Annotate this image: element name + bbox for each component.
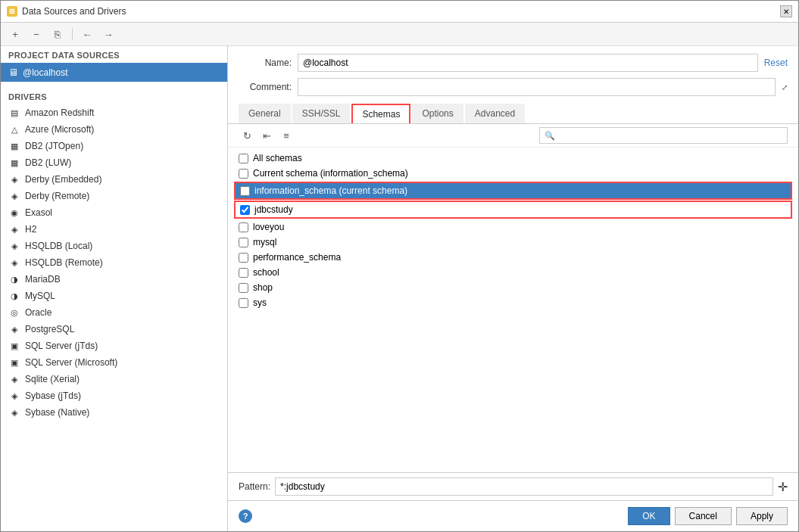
- tab-advanced[interactable]: Advanced: [465, 104, 525, 123]
- ok-button[interactable]: OK: [628, 507, 669, 525]
- schema-settings-button[interactable]: ≡: [278, 127, 295, 144]
- driver-sybase-native[interactable]: ◈ Sybase (Native): [1, 404, 227, 421]
- driver-db2-jtopen[interactable]: ▦ DB2 (JTOpen): [1, 138, 227, 154]
- tab-general[interactable]: General: [239, 104, 291, 123]
- current-schema-row[interactable]: Current schema (information_schema): [239, 166, 788, 181]
- current-schema-label: Current schema (information_schema): [253, 168, 408, 179]
- driver-mariadb[interactable]: ◑ MariaDB: [1, 271, 227, 288]
- driver-icon: ◈: [8, 323, 20, 335]
- driver-label: DB2 (LUW): [25, 157, 71, 168]
- driver-icon: ▦: [8, 157, 20, 169]
- schema-toolbar: ↻ ⇤ ≡: [228, 124, 798, 148]
- driver-hsqldb-remote[interactable]: ◈ HSQLDB (Remote): [1, 254, 227, 271]
- schema-loveyou-label: loveyou: [253, 222, 284, 232]
- pattern-input[interactable]: [275, 478, 773, 496]
- driver-postgresql[interactable]: ◈ PostgreSQL: [1, 321, 227, 338]
- driver-azure[interactable]: △ Azure (Microsoft): [1, 121, 227, 138]
- all-schemas-checkbox[interactable]: [239, 154, 248, 163]
- driver-label: DB2 (JTOpen): [25, 141, 83, 151]
- help-button[interactable]: ?: [239, 509, 252, 523]
- all-schemas-label: All schemas: [253, 153, 302, 163]
- schema-sys-row[interactable]: sys: [239, 295, 788, 310]
- name-label: Name:: [239, 58, 292, 68]
- window-title: Data Sources and Drivers: [22, 6, 126, 17]
- pattern-bar: Pattern: ✛: [228, 472, 798, 500]
- datasource-label: @localhost: [23, 67, 68, 78]
- schema-loveyou-row[interactable]: loveyou: [239, 219, 788, 235]
- name-input[interactable]: [298, 54, 758, 72]
- schema-information-schema-row[interactable]: information_schema (current schema): [234, 182, 792, 200]
- all-schemas-row[interactable]: All schemas: [239, 151, 788, 166]
- datasource-localhost[interactable]: 🖥 @localhost: [1, 63, 227, 82]
- schema-jdbcstudy-checkbox[interactable]: [240, 205, 250, 215]
- schema-jdbcstudy-row[interactable]: jdbcstudy: [234, 201, 792, 219]
- pattern-add-button[interactable]: ✛: [778, 480, 788, 494]
- refresh-schemas-button[interactable]: ↻: [239, 127, 255, 144]
- driver-sql-server-microsoft[interactable]: ▣ SQL Server (Microsoft): [1, 354, 227, 371]
- current-schema-checkbox[interactable]: [239, 169, 248, 179]
- driver-sqlite-xerial[interactable]: ◈ Sqlite (Xerial): [1, 371, 227, 387]
- forward-button[interactable]: →: [100, 26, 117, 42]
- schema-information-schema-checkbox[interactable]: [240, 186, 250, 196]
- schema-mysql-row[interactable]: mysql: [239, 235, 788, 250]
- driver-icon: ◉: [8, 207, 20, 219]
- tab-options[interactable]: Options: [412, 104, 463, 123]
- duplicate-button[interactable]: ⎘: [49, 26, 66, 42]
- driver-icon: ▣: [8, 340, 20, 352]
- left-panel: Project Data Sources 🖥 @localhost Driver…: [1, 46, 228, 531]
- driver-hsqldb-local[interactable]: ◈ HSQLDB (Local): [1, 238, 227, 254]
- schema-sys-checkbox[interactable]: [239, 298, 248, 308]
- driver-amazon-redshift[interactable]: ▤ Amazon Redshift: [1, 104, 227, 121]
- driver-icon: ▣: [8, 356, 20, 369]
- driver-oracle[interactable]: ◎ Oracle: [1, 304, 227, 321]
- driver-icon: ◎: [8, 306, 20, 319]
- apply-button[interactable]: Apply: [736, 507, 788, 525]
- driver-label: Exasol: [25, 207, 52, 218]
- driver-db2-luw[interactable]: ▦ DB2 (LUW): [1, 154, 227, 171]
- remove-button[interactable]: −: [28, 26, 45, 42]
- reset-link[interactable]: Reset: [764, 58, 788, 68]
- main-window: ⊞ Data Sources and Drivers ✕ + − ⎘ ← → P…: [0, 0, 799, 532]
- driver-icon: ◈: [8, 390, 20, 402]
- schema-shop-checkbox[interactable]: [239, 283, 248, 293]
- drivers-header: Drivers: [1, 88, 227, 104]
- comment-input[interactable]: [298, 78, 776, 96]
- driver-derby-embedded[interactable]: ◈ Derby (Embedded): [1, 171, 227, 188]
- cancel-button[interactable]: Cancel: [675, 507, 732, 525]
- driver-icon: △: [8, 123, 20, 135]
- schema-school-checkbox[interactable]: [239, 268, 248, 278]
- schema-information-schema-label: information_schema (current schema): [254, 185, 407, 196]
- driver-derby-remote[interactable]: ◈ Derby (Remote): [1, 188, 227, 204]
- driver-icon: ◑: [8, 273, 20, 285]
- schema-performance-schema-checkbox[interactable]: [239, 253, 248, 263]
- add-button[interactable]: +: [7, 26, 23, 42]
- driver-label: HSQLDB (Local): [25, 241, 92, 251]
- tab-schemas[interactable]: Schemas: [351, 104, 410, 123]
- schema-loveyou-checkbox[interactable]: [239, 222, 248, 232]
- schema-jdbcstudy-label: jdbcstudy: [254, 204, 293, 215]
- driver-label: H2: [25, 224, 36, 235]
- driver-icon: ◑: [8, 290, 20, 302]
- comment-expand-button[interactable]: ⤢: [782, 83, 788, 92]
- schema-mysql-checkbox[interactable]: [239, 238, 248, 247]
- driver-exasol[interactable]: ◉ Exasol: [1, 204, 227, 221]
- name-row: Name: Reset: [228, 46, 798, 75]
- schema-school-label: school: [253, 267, 279, 278]
- driver-sql-server-jtds[interactable]: ▣ SQL Server (jTds): [1, 338, 227, 354]
- schema-performance-schema-row[interactable]: performance_schema: [239, 250, 788, 265]
- driver-mysql[interactable]: ◑ MySQL: [1, 288, 227, 304]
- main-toolbar: + − ⎘ ← →: [1, 23, 798, 46]
- driver-h2[interactable]: ◈ H2: [1, 221, 227, 238]
- schema-mysql-label: mysql: [253, 237, 276, 247]
- back-button[interactable]: ←: [79, 26, 95, 42]
- tab-ssh-ssl[interactable]: SSH/SSL: [292, 104, 351, 123]
- schema-shop-row[interactable]: shop: [239, 280, 788, 295]
- close-button[interactable]: ✕: [780, 5, 792, 17]
- schema-school-row[interactable]: school: [239, 265, 788, 280]
- tabs: General SSH/SSL Schemas Options Advanced: [228, 99, 798, 124]
- driver-sybase-jtds[interactable]: ◈ Sybase (jTds): [1, 387, 227, 404]
- title-bar: ⊞ Data Sources and Drivers ✕: [1, 1, 798, 23]
- project-data-sources-header: Project Data Sources: [1, 46, 227, 63]
- schema-search-input[interactable]: [539, 127, 788, 144]
- collapse-all-button[interactable]: ⇤: [258, 127, 275, 144]
